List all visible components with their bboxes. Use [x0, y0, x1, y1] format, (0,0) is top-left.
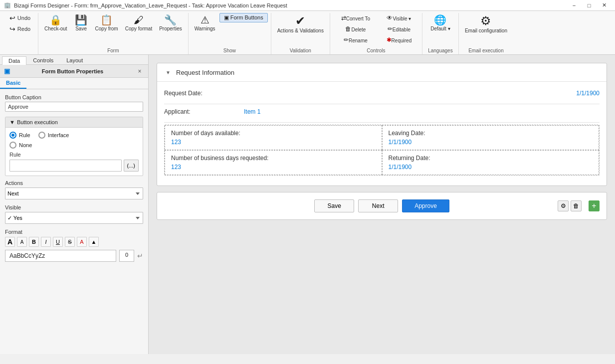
radio-interface[interactable]: Interface: [38, 132, 69, 139]
italic-btn[interactable]: I: [41, 237, 51, 247]
grid-cell-1: Number of days available: 123: [165, 125, 382, 150]
redo-button[interactable]: ↪ Redo: [5, 24, 35, 34]
font-size-small-btn[interactable]: A: [17, 237, 27, 247]
email-config-button[interactable]: ⚙ Email configuration: [462, 13, 510, 35]
default-language-button[interactable]: 🌐 Default ▾: [425, 13, 455, 33]
button-caption-input[interactable]: [5, 102, 143, 112]
button-execution-header[interactable]: ▼ Button execution: [5, 117, 143, 128]
returning-date-label: Returning Date:: [389, 155, 593, 162]
tab-data[interactable]: Data: [2, 56, 26, 65]
rule-input-field[interactable]: [9, 160, 122, 172]
format-label: Format: [5, 229, 143, 235]
undo-icon: ↩: [9, 14, 15, 21]
next-form-button[interactable]: Next: [358, 199, 398, 212]
editable-icon: ✏: [388, 25, 393, 32]
font-color-btn[interactable]: A: [77, 237, 87, 247]
restore-button[interactable]: □: [582, 1, 596, 10]
canvas-area: ▼ Request Information Request Date: 1/1/…: [149, 55, 615, 354]
collapse-arrow-icon[interactable]: ▼: [164, 68, 172, 76]
approve-form-button[interactable]: Approve: [402, 199, 449, 212]
close-button[interactable]: ✕: [597, 1, 611, 10]
enter-icon[interactable]: ↵: [137, 252, 143, 260]
preview-text: AaBbCcYyZz: [5, 250, 116, 262]
button-settings-icon[interactable]: ⚙: [558, 200, 569, 211]
panel-content: Button Caption ▼ Button execution Rule: [0, 89, 148, 354]
font-size-large-btn[interactable]: A: [5, 237, 15, 247]
copy-format-button[interactable]: 🖌 Copy format: [122, 13, 155, 33]
undo-label: Undo: [17, 15, 30, 21]
applicant-label: Applicant:: [164, 108, 244, 115]
leaving-date-label: Leaving Date:: [389, 130, 593, 137]
properties-button[interactable]: 🔧 Properties: [156, 13, 185, 33]
request-date-value: 1/1/1900: [576, 90, 600, 97]
radio-none-label: None: [19, 142, 32, 148]
delete-icon: 🗑: [345, 25, 351, 32]
visible-select[interactable]: ✓ Yes No: [5, 212, 143, 224]
form-body: Request Date: 1/1/1900 Applicant: Item 1…: [157, 82, 607, 185]
bold-btn[interactable]: B: [29, 237, 39, 247]
execution-arrow-icon: ▼: [9, 119, 15, 125]
editable-button[interactable]: ✏ Editable: [379, 24, 419, 34]
format-controls: A A B I U S A ▲: [5, 237, 143, 247]
days-available-label: Number of days available:: [171, 130, 376, 137]
format-preview: AaBbCcYyZz 0 ↵: [5, 250, 143, 262]
tab-layout[interactable]: Layout: [60, 56, 89, 64]
save-icon: 💾: [75, 15, 87, 25]
execution-radio-group: Rule Interface: [9, 132, 139, 139]
form-buttons-button[interactable]: ▣ Form Buttons: [219, 13, 268, 22]
actions-group: Actions Next Previous Save None: [5, 180, 143, 199]
panel-tab-basic[interactable]: Basic: [0, 78, 26, 89]
undo-redo-group: ↩ Undo ↪ Redo: [2, 13, 38, 54]
undo-button[interactable]: ↩ Undo: [5, 13, 35, 23]
check-out-button[interactable]: 🔒 Check-out: [41, 13, 70, 33]
warnings-button[interactable]: ⚠ Warnings: [192, 13, 218, 33]
actions-select[interactable]: Next Previous Save None: [5, 187, 143, 199]
applicant-row: Applicant: Item 1: [164, 106, 600, 117]
visible-button[interactable]: 👁 Visible ▾: [379, 13, 419, 23]
underline-btn[interactable]: U: [53, 237, 63, 247]
save-form-button[interactable]: Save: [314, 199, 354, 212]
rename-button[interactable]: ✏ Rename: [333, 35, 378, 45]
save-ribbon-button[interactable]: 💾 Save: [71, 13, 91, 33]
request-date-label: Request Date:: [164, 90, 244, 97]
radio-none[interactable]: None: [9, 142, 32, 149]
redo-icon: ↪: [9, 25, 15, 32]
business-days-label: Number of business days requested:: [171, 155, 376, 162]
warnings-icon: ⚠: [201, 15, 209, 25]
form-group: 🔒 Check-out 💾 Save 📋 Copy from 🖌 Copy fo…: [38, 13, 189, 54]
convert-to-button[interactable]: ⇄ Convert To: [333, 13, 378, 23]
actions-validations-button[interactable]: ✔ Actions & Validations: [274, 13, 327, 35]
panel-header: ▣ Form Button Properties ×: [0, 65, 148, 78]
minimize-button[interactable]: −: [567, 1, 581, 10]
request-info-header: ▼ Request Information: [157, 63, 607, 82]
undo-redo-buttons: ↩ Undo ↪ Redo: [5, 13, 35, 34]
highlight-btn[interactable]: ▲: [89, 237, 99, 247]
settings-icons: ⚙ 🗑: [558, 200, 582, 211]
email-config-icon: ⚙: [480, 15, 491, 27]
window-controls[interactable]: − □ ✕: [567, 1, 611, 10]
left-panel: Data Controls Layout ▣ Form Button Prope…: [0, 55, 149, 354]
button-delete-icon[interactable]: 🗑: [571, 200, 582, 211]
required-button[interactable]: ✱ Required: [379, 35, 419, 45]
visible-label: Visible: [5, 204, 143, 210]
delete-button[interactable]: 🗑 Delete: [333, 24, 378, 34]
email-group-label: Email execution: [468, 47, 504, 54]
radio-rule[interactable]: Rule: [9, 132, 30, 139]
grid-cell-3: Number of business days requested: 123: [165, 150, 382, 175]
days-available-value: 123: [171, 139, 376, 146]
show-group: ⚠ Warnings ▣ Form Buttons Show: [189, 13, 271, 54]
tab-controls[interactable]: Controls: [26, 56, 60, 64]
request-date-row: Request Date: 1/1/1900: [164, 88, 600, 99]
check-out-icon: 🔒: [49, 15, 62, 25]
execution-radio-group2: None: [9, 142, 139, 149]
app-icon: 🏢: [4, 2, 11, 9]
actions-label: Actions: [5, 180, 143, 186]
strikethrough-btn[interactable]: S: [65, 237, 75, 247]
validation-group: ✔ Actions & Validations Validation: [271, 13, 330, 54]
add-button-icon[interactable]: +: [589, 200, 600, 211]
properties-icon: 🔧: [164, 15, 177, 25]
copy-from-button[interactable]: 📋 Copy from: [92, 13, 121, 33]
rule-browse-button[interactable]: (...): [124, 160, 139, 172]
panel-close-button[interactable]: ×: [135, 67, 144, 76]
languages-group-label: Languages: [428, 47, 453, 54]
